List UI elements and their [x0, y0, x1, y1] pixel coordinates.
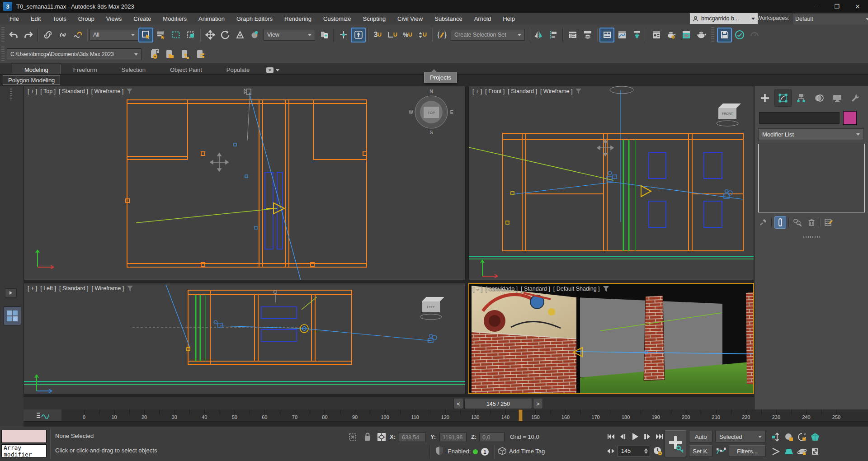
select-and-link-icon[interactable]: [40, 28, 55, 42]
select-by-name-icon[interactable]: [153, 28, 168, 42]
mirror-icon[interactable]: [531, 28, 546, 42]
rendered-frame-window-icon[interactable]: [679, 28, 693, 42]
previous-frame-button[interactable]: [617, 431, 628, 442]
auto-key-button[interactable]: Auto: [689, 431, 712, 442]
filter-funnel-icon[interactable]: [603, 286, 609, 292]
snap-toggle-3d-icon[interactable]: 3: [370, 28, 385, 42]
project-folder-icon[interactable]: [162, 47, 178, 61]
show-end-result-icon[interactable]: [774, 216, 786, 229]
viewport-perspective[interactable]: [ + ] [ convidado ] [ Standard ] [ Defau…: [468, 283, 754, 394]
zoom-all-icon[interactable]: [783, 430, 795, 444]
viewport-menu-view[interactable]: [ Left ]: [40, 285, 56, 292]
toggle-layer-explorer-icon[interactable]: [580, 28, 595, 42]
material-editor-icon[interactable]: [649, 28, 664, 42]
menu-item[interactable]: Edit: [25, 15, 47, 22]
menu-item[interactable]: Tools: [47, 15, 72, 22]
viewport-menu-view[interactable]: [ Front ]: [485, 88, 505, 94]
viewport-menu-plus[interactable]: [ + ]: [472, 88, 482, 94]
viewport-top[interactable]: [ + ] [ Top ] [ Standard ] [ Wireframe ]: [24, 86, 466, 280]
render-production-icon[interactable]: [693, 28, 708, 42]
key-mode-toggle-button[interactable]: [605, 445, 616, 457]
perspective-viewport-canvas[interactable]: [469, 284, 753, 393]
layout-tray-expand-button[interactable]: [5, 288, 17, 297]
redo-icon[interactable]: [21, 28, 36, 42]
menu-item[interactable]: Substance: [429, 15, 468, 22]
viewport-menu-plus[interactable]: [ + ]: [28, 285, 37, 292]
viewport-menu-renderer[interactable]: [ Standard ]: [521, 286, 550, 292]
reference-coordinate-dropdown[interactable]: View: [264, 29, 315, 41]
viewport-menu-shading[interactable]: [ Wireframe ]: [540, 88, 573, 94]
toolbar-drag-handle[interactable]: [1, 47, 5, 62]
maximize-button[interactable]: ❐: [826, 0, 847, 13]
ribbon-tab-populate[interactable]: Populate: [214, 65, 262, 74]
configure-modifier-sets-icon[interactable]: [823, 216, 835, 229]
keyboard-shortcut-override-icon[interactable]: [351, 28, 366, 42]
left-viewport-canvas[interactable]: LEFT: [24, 283, 466, 394]
menu-item[interactable]: Views: [100, 15, 127, 22]
toggle-scene-explorer-icon[interactable]: [565, 28, 580, 42]
project-path-dropdown[interactable]: C:\Users\bmcga\Documents\3ds Max 2023: [7, 48, 142, 60]
undo-icon[interactable]: [6, 28, 21, 42]
set-keys-button[interactable]: [665, 430, 686, 457]
key-filters-icon[interactable]: [715, 445, 726, 457]
y-coordinate-field[interactable]: 1191,96: [439, 433, 467, 442]
absolute-relative-toggle-icon[interactable]: [376, 432, 387, 444]
polygon-modeling-panel-button[interactable]: Polygon Modeling: [3, 75, 60, 85]
remove-modifier-icon[interactable]: [806, 216, 817, 229]
zoom-icon[interactable]: [769, 430, 782, 444]
x-coordinate-field[interactable]: 638,54: [399, 433, 426, 442]
set-key-button[interactable]: Set K.: [689, 445, 712, 457]
strip-drag-handle[interactable]: [10, 89, 12, 100]
maxscript-mini-listener-pink[interactable]: [1, 430, 47, 443]
menu-item[interactable]: Animation: [193, 15, 231, 22]
frame-spinner[interactable]: [644, 448, 650, 454]
ribbon-tab-modeling[interactable]: Modeling: [12, 65, 61, 74]
field-of-view-icon[interactable]: [769, 445, 782, 458]
viewport-menu-renderer[interactable]: [ Standard ]: [59, 285, 89, 292]
viewport-front[interactable]: [ + ] [ Front ] [ Standard ] [ Wireframe…: [468, 86, 754, 280]
toggle-ribbon-icon[interactable]: [599, 28, 614, 42]
rectangular-selection-region-icon[interactable]: [168, 28, 183, 42]
filter-funnel-icon[interactable]: [576, 89, 581, 94]
select-and-manipulate-icon[interactable]: [336, 28, 351, 42]
align-icon[interactable]: [546, 28, 561, 42]
time-slider-handle[interactable]: 145 / 250: [464, 399, 532, 409]
make-unique-icon[interactable]: [792, 216, 803, 229]
time-tag-cube-icon[interactable]: [498, 447, 506, 456]
menu-item[interactable]: Modifiers: [157, 15, 193, 22]
viewport-left[interactable]: [ + ] [ Left ] [ Standard ] [ Wireframe …: [24, 283, 466, 394]
ribbon-tab-object-paint[interactable]: Object Paint: [158, 65, 214, 74]
viewport-menu-view[interactable]: [ convidado ]: [486, 286, 518, 292]
schematic-view-icon[interactable]: [629, 28, 644, 42]
motion-tab[interactable]: [811, 89, 828, 107]
viewport-menu-plus[interactable]: [ + ]: [473, 286, 482, 292]
key-filter-dropdown[interactable]: Selected: [715, 431, 766, 442]
menu-item[interactable]: Arnold: [468, 15, 497, 22]
workspace-dropdown[interactable]: Default: [792, 13, 868, 25]
time-slider-strip[interactable]: < 145 / 250 >: [24, 397, 754, 410]
bind-to-space-warp-icon[interactable]: [70, 28, 85, 42]
current-frame-field[interactable]: 145: [618, 446, 650, 456]
render-setup-icon[interactable]: [664, 28, 679, 42]
viewport-menu-shading[interactable]: [ Wireframe ]: [92, 285, 124, 292]
previous-frame-nudge-button[interactable]: <: [453, 399, 463, 409]
viewport-menu-view[interactable]: [ Top ]: [40, 88, 56, 94]
maxscript-mini-listener-white[interactable]: Array modifier: [1, 444, 47, 457]
next-frame-nudge-button[interactable]: >: [533, 399, 543, 409]
modifier-list-dropdown[interactable]: Modifier List: [758, 128, 864, 140]
edit-named-selection-sets-icon[interactable]: {}: [434, 28, 449, 42]
save-scene-icon[interactable]: [717, 28, 732, 42]
track-bar[interactable]: 0102030405060708090100110120130140150160…: [0, 409, 868, 427]
ribbon-tab-selection[interactable]: Selection: [109, 65, 158, 74]
menu-item[interactable]: Scripting: [357, 15, 392, 22]
panel-splitter-handle[interactable]: [803, 236, 820, 238]
menu-item[interactable]: Help: [497, 15, 521, 22]
use-pivot-point-center-icon[interactable]: [316, 28, 331, 42]
viewcube-compass[interactable]: TOP N W S E: [409, 89, 453, 135]
project-settings-icon[interactable]: [147, 47, 162, 61]
filters-button[interactable]: Filters...: [729, 445, 766, 457]
menu-item[interactable]: File: [4, 15, 25, 22]
isolate-selection-icon[interactable]: [347, 432, 358, 444]
add-time-tag[interactable]: Add Time Tag: [509, 448, 545, 455]
ribbon-display-dropdown[interactable]: [262, 67, 284, 74]
